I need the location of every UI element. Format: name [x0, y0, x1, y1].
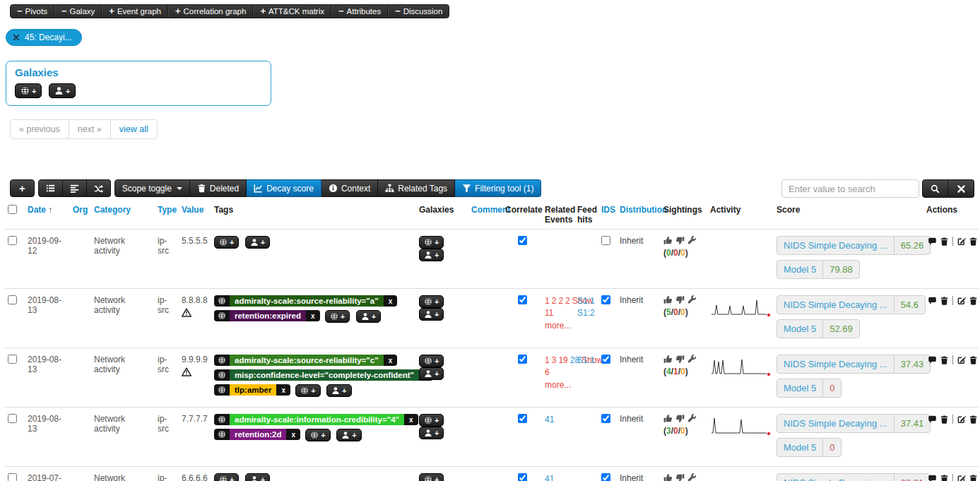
add-tag-button[interactable]: +	[214, 473, 239, 481]
add-local-galaxy-button[interactable]: +	[419, 367, 444, 380]
trash-icon[interactable]	[940, 296, 949, 306]
clear-search-button[interactable]	[948, 179, 974, 198]
tab-attributes[interactable]: −Attributes	[331, 5, 388, 18]
thumbs-up-icon[interactable]	[663, 414, 673, 423]
trash-icon[interactable]	[940, 474, 949, 481]
tag-label[interactable]: retention:2d	[230, 429, 286, 440]
delete-icon[interactable]	[969, 474, 978, 481]
add-local-galaxy-button[interactable]: +	[419, 249, 444, 261]
remove-tag-button[interactable]: x	[306, 310, 320, 321]
ids-checkbox[interactable]	[601, 473, 610, 481]
row-select-checkbox[interactable]	[8, 355, 17, 364]
add-galaxy-button[interactable]: +	[419, 473, 444, 481]
related-event-link[interactable]: 1	[545, 296, 550, 306]
deleted-toggle-button[interactable]: Deleted	[190, 179, 247, 197]
tab-pivots[interactable]: −Pivots	[11, 5, 54, 18]
edit-icon[interactable]	[957, 355, 966, 365]
delete-icon[interactable]	[969, 237, 978, 247]
scope-toggle-button[interactable]: Scope toggle	[114, 179, 190, 197]
correlate-checkbox[interactable]	[518, 473, 527, 481]
thumbs-up-icon[interactable]	[663, 236, 673, 245]
column-header-category[interactable]: Category	[91, 199, 155, 230]
add-tag-button[interactable]: +	[295, 384, 320, 397]
remove-tag-button[interactable]: x	[384, 295, 398, 307]
add-galaxy-button[interactable]: +	[419, 295, 444, 308]
related-event-link[interactable]: 3	[552, 355, 557, 365]
add-local-galaxy-button[interactable]: +	[419, 427, 444, 439]
column-header-date[interactable]: Date ↑	[25, 199, 70, 230]
edit-icon[interactable]	[957, 415, 966, 424]
add-local-tag-button[interactable]: +	[336, 429, 361, 441]
close-icon[interactable]	[13, 34, 20, 41]
related-event-link[interactable]: 19	[558, 355, 567, 365]
wrench-icon[interactable]	[687, 473, 697, 481]
decay-score-toggle-button[interactable]: Decay score	[247, 179, 321, 197]
add-attribute-button[interactable]: +	[10, 179, 35, 197]
column-header-distribution[interactable]: Distribution	[617, 199, 661, 230]
remove-tag-button[interactable]: x	[404, 414, 418, 425]
wrench-icon[interactable]	[687, 414, 697, 423]
remove-tag-button[interactable]: x	[384, 355, 398, 366]
correlate-checkbox[interactable]	[518, 236, 527, 245]
add-local-tag-button[interactable]: +	[245, 236, 270, 249]
trash-icon[interactable]	[940, 355, 949, 365]
thumbs-down-icon[interactable]	[675, 473, 685, 481]
feed-hit-link[interactable]: S1:1	[577, 295, 595, 307]
related-event-link[interactable]: 2	[552, 296, 557, 306]
ids-checkbox[interactable]	[601, 295, 610, 304]
column-header-type[interactable]: Type	[155, 199, 179, 230]
column-header-org[interactable]: Org	[70, 199, 91, 230]
tab-discussion[interactable]: −Discussion	[388, 5, 449, 18]
shuffle-view-button[interactable]	[87, 179, 111, 197]
tag-label[interactable]: misp:confidence-level="completely-confid…	[230, 369, 419, 381]
add-galaxy-button[interactable]: +	[419, 355, 444, 367]
search-input[interactable]	[781, 179, 919, 198]
edit-icon[interactable]	[957, 296, 966, 306]
row-select-checkbox[interactable]	[8, 414, 17, 423]
comment-icon[interactable]	[928, 415, 937, 424]
row-select-checkbox[interactable]	[8, 295, 17, 304]
add-tag-button[interactable]: +	[325, 310, 350, 323]
trash-icon[interactable]	[940, 237, 949, 247]
tab-event-graph[interactable]: +Event graph	[102, 5, 168, 18]
thumbs-up-icon[interactable]	[663, 473, 673, 481]
wrench-icon[interactable]	[687, 295, 697, 304]
wrench-icon[interactable]	[687, 236, 697, 245]
search-button[interactable]	[922, 179, 948, 198]
thumbs-down-icon[interactable]	[675, 236, 685, 245]
tab-attack-matrix[interactable]: +ATT&CK matrix	[253, 5, 331, 18]
row-select-checkbox[interactable]	[8, 473, 17, 481]
tab-galaxy[interactable]: −Galaxy	[54, 5, 102, 18]
add-galaxy-button[interactable]: +	[15, 83, 42, 98]
context-toggle-button[interactable]: Context	[321, 179, 378, 197]
delete-icon[interactable]	[969, 415, 978, 424]
thumbs-down-icon[interactable]	[675, 355, 685, 364]
tag-label[interactable]: admiralty-scale:source-reliability="c"	[230, 355, 384, 366]
related-tags-toggle-button[interactable]: Related Tags	[378, 179, 455, 197]
delete-icon[interactable]	[969, 355, 978, 365]
add-local-tag-button[interactable]: +	[356, 310, 381, 323]
feed-hit-link[interactable]: S1:2	[577, 307, 595, 319]
delete-icon[interactable]	[969, 296, 978, 306]
ids-checkbox[interactable]	[601, 355, 610, 364]
related-event-link[interactable]: 41	[545, 474, 554, 481]
filtering-tool-button[interactable]: Filtering tool (1)	[455, 179, 541, 197]
correlate-checkbox[interactable]	[518, 414, 527, 423]
remove-tag-button[interactable]: x	[276, 384, 290, 396]
add-tag-button[interactable]: +	[305, 429, 330, 441]
trash-icon[interactable]	[940, 415, 949, 424]
tag-label[interactable]: admiralty-scale:source-reliability="a"	[230, 295, 384, 307]
previous-page-button[interactable]: « previous	[10, 119, 69, 139]
thumbs-down-icon[interactable]	[675, 414, 685, 423]
comment-icon[interactable]	[928, 237, 937, 247]
comment-icon[interactable]	[928, 474, 937, 481]
add-galaxy-button[interactable]: +	[419, 236, 444, 249]
column-header-ids[interactable]: IDS	[598, 199, 617, 230]
add-local-tag-button[interactable]: +	[326, 384, 351, 397]
edit-icon[interactable]	[957, 474, 966, 481]
add-local-galaxy-button[interactable]: +	[419, 308, 444, 321]
thumbs-down-icon[interactable]	[675, 295, 685, 304]
tag-label[interactable]: tlp:amber	[230, 384, 276, 396]
ids-checkbox[interactable]	[601, 414, 610, 423]
add-tag-button[interactable]: +	[214, 236, 239, 249]
